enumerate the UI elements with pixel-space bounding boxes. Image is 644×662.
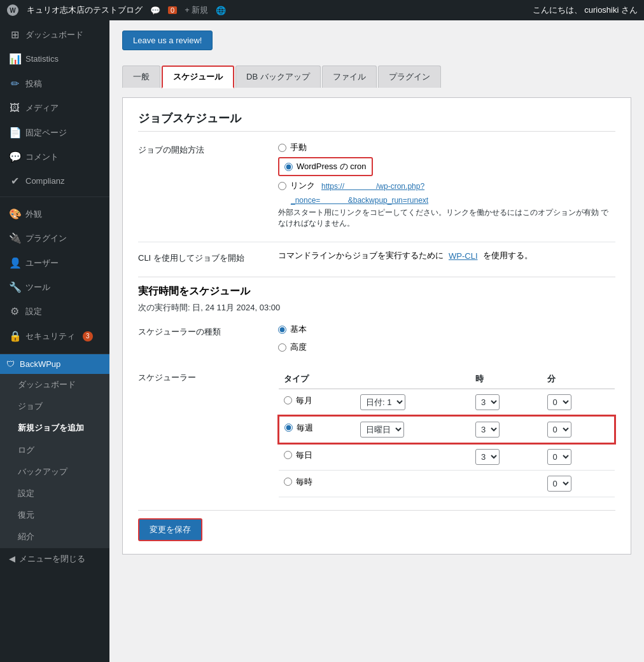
monthly-day-select[interactable]: 日付: 1 — [360, 394, 405, 410]
arrow-left-icon: ◀ — [9, 554, 15, 563]
radio-link: リンク https:// /wp-cron.php? — [278, 180, 615, 191]
sidebar-item-dashboard[interactable]: ⊞ ダッシュボード — [0, 23, 109, 47]
posts-icon: ✏ — [9, 77, 20, 91]
sidebar-item-bwp-log[interactable]: ログ — [0, 439, 109, 461]
radio-monthly-input[interactable] — [284, 396, 292, 404]
radio-manual-input[interactable] — [278, 144, 286, 152]
radio-hourly-input[interactable] — [284, 478, 292, 486]
row-weekly: 毎週 日曜日 月曜日 火曜日 水曜日 木曜日 — [279, 416, 615, 443]
sidebar-item-comments[interactable]: 💬 コメント — [0, 145, 109, 169]
sidebar-item-users[interactable]: 👤 ユーザー — [0, 251, 109, 275]
users-icon: 👤 — [9, 256, 20, 270]
start-method-field: 手動 WordPress の cron リンク htt — [278, 142, 615, 229]
backwpup-icon: 🛡 — [6, 359, 15, 369]
radio-weekly-input[interactable] — [284, 424, 293, 432]
save-button[interactable]: 変更を保存 — [138, 518, 202, 541]
sidebar-item-pages[interactable]: 📄 固定ページ — [0, 121, 109, 145]
comment-icon: 💬 — [150, 6, 160, 15]
sidebar-item-bwp-settings[interactable]: 設定 — [0, 483, 109, 504]
radio-basic-input[interactable] — [278, 326, 286, 334]
scheduler-table-container: タイプ 時 分 — [278, 369, 615, 497]
sidebar-item-bwp-backup[interactable]: バックアップ — [0, 461, 109, 483]
weekly-min-select[interactable]: 0 — [547, 422, 571, 438]
backwpup-label: BackWPup — [20, 359, 60, 369]
cron-link-url[interactable]: https:// /wp-cron.php? — [321, 182, 424, 191]
wp-logo-icon: W — [6, 4, 19, 17]
scheduler-label: スケジューラー — [138, 369, 265, 383]
th-day — [355, 369, 470, 389]
weekly-radio-cell: 毎週 — [279, 416, 355, 443]
plugins-icon: 🔌 — [9, 231, 20, 245]
cli-row: CLI を使用してジョブを開始 コマンドラインからジョブを実行するために WP-… — [138, 242, 615, 264]
wpcli-link[interactable]: WP-CLI — [449, 251, 478, 261]
sidebar-item-security[interactable]: 🔒 セキュリティ 3 — [0, 324, 109, 348]
sidebar-item-media[interactable]: 🖼 メディア — [0, 96, 109, 120]
radio-wpcron-input[interactable] — [284, 163, 293, 171]
sidebar-item-plugins[interactable]: 🔌 プラグイン — [0, 226, 109, 251]
daily-min-select[interactable]: 0 — [547, 449, 571, 465]
sidebar-item-bwp-new-job[interactable]: 新規ジョブを追加 — [0, 417, 109, 439]
media-icon: 🖼 — [9, 101, 20, 115]
cron-nonce-link[interactable]: _nonce= &backwpup_run=runext — [291, 196, 428, 205]
cli-text: コマンドラインからジョブを実行するために — [278, 250, 444, 261]
tab-plugins[interactable]: プラグイン — [378, 66, 441, 88]
sidebar-label-appearance: 外観 — [25, 209, 42, 220]
daily-label: 毎日 — [296, 450, 312, 461]
sidebar-item-settings[interactable]: ⚙ 設定 — [0, 300, 109, 324]
close-menu-button[interactable]: ◀ メニューを閉じる — [0, 548, 109, 570]
daily-hour-cell: 3 — [470, 443, 542, 471]
backwpup-header[interactable]: 🛡 BackWPup — [0, 354, 109, 374]
globe-icon: 🌐 — [216, 6, 226, 15]
weekly-day-cell: 日曜日 月曜日 火曜日 水曜日 木曜日 金曜日 土曜日 — [355, 416, 470, 443]
bwp-new-job-label: 新規ジョブを追加 — [18, 422, 84, 434]
sidebar-label-comments: コメント — [25, 151, 59, 163]
sidebar-item-bwp-restore[interactable]: 復元 — [0, 504, 109, 526]
review-button[interactable]: Leave us a review! — [122, 31, 213, 50]
comment-count[interactable]: 0 — [168, 6, 177, 14]
sidebar-item-statistics[interactable]: 📊 Statistics — [0, 47, 109, 71]
radio-basic: 基本 — [278, 324, 615, 335]
sidebar-item-bwp-dashboard[interactable]: ダッシュボード — [0, 374, 109, 396]
daily-hour-select[interactable]: 3 — [475, 449, 500, 465]
daily-min-cell: 0 — [542, 443, 615, 471]
scheduler-type-label: スケジューラーの種類 — [138, 324, 265, 338]
row-hourly: 毎時 0 — [279, 471, 615, 497]
tab-files[interactable]: ファイル — [322, 66, 377, 88]
monthly-min-select[interactable]: 0 — [547, 394, 571, 410]
radio-advanced-input[interactable] — [278, 343, 286, 352]
tab-general[interactable]: 一般 — [122, 66, 160, 88]
sidebar-item-tools[interactable]: 🔧 ツール — [0, 275, 109, 300]
hourly-option: 毎時 — [284, 476, 350, 488]
weekly-day-select[interactable]: 日曜日 月曜日 火曜日 水曜日 木曜日 金曜日 土曜日 — [360, 422, 404, 438]
hourly-min-select[interactable]: 0 — [547, 476, 571, 492]
sidebar-item-posts[interactable]: ✏ 投稿 — [0, 72, 109, 96]
bwp-settings-label: 設定 — [18, 488, 34, 499]
radio-wpcron: WordPress の cron — [278, 157, 615, 176]
tab-schedule[interactable]: スケジュール — [162, 66, 234, 88]
dashboard-icon: ⊞ — [9, 28, 20, 42]
tab-db-backup[interactable]: DB バックアップ — [235, 66, 321, 88]
monthly-hour-select[interactable]: 3 — [475, 394, 500, 410]
sidebar-label-security: セキュリティ — [25, 331, 75, 342]
scheduler-row: スケジューラー タイプ 時 分 — [138, 369, 615, 497]
comments-icon: 💬 — [9, 150, 20, 164]
monthly-day-cell: 日付: 1 — [355, 389, 470, 417]
content-card: ジョブスケジュール ジョブの開始方法 手動 WordPress の cron — [122, 97, 631, 555]
radio-daily-input[interactable] — [284, 451, 292, 459]
sidebar-item-complianz[interactable]: ✔ Complianz — [0, 169, 109, 193]
sidebar-label-statistics: Statistics — [25, 53, 59, 65]
radio-advanced: 高度 — [278, 341, 615, 353]
pages-icon: 📄 — [9, 126, 20, 140]
sidebar-item-appearance[interactable]: 🎨 外観 — [0, 202, 109, 226]
sidebar: ⊞ ダッシュボード 📊 Statistics ✏ 投稿 🖼 メディア 📄 固定ペ… — [0, 20, 109, 662]
sidebar-label-settings: 設定 — [25, 306, 42, 317]
sidebar-item-bwp-about[interactable]: 紹介 — [0, 526, 109, 548]
weekly-hour-select[interactable]: 3 — [475, 422, 500, 438]
new-button[interactable]: + 新規 — [185, 4, 208, 16]
radio-link-input[interactable] — [278, 182, 286, 190]
tools-icon: 🔧 — [9, 280, 20, 294]
close-menu-label: メニューを閉じる — [19, 553, 85, 565]
cron-note-text: 外部スタート用にリンクをコピーしてください。リンクを働かせるにはこのオプションが… — [278, 207, 615, 229]
site-name[interactable]: キュリオ志木店のテストブログ — [27, 4, 143, 16]
sidebar-item-bwp-jobs[interactable]: ジョブ — [0, 396, 109, 417]
